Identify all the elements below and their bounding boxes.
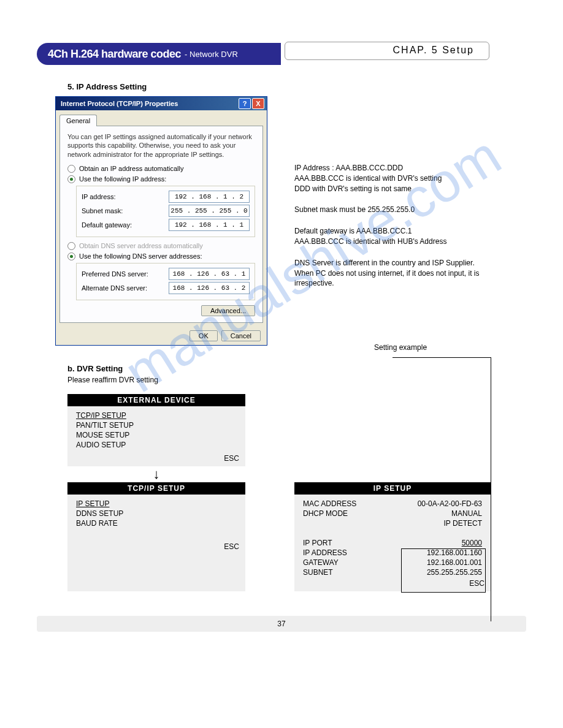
radio-obtain-dns [67, 242, 75, 250]
ip-port-label: IP PORT [303, 539, 332, 547]
radio-obtain-ip[interactable] [67, 165, 75, 173]
menu-ip-setup[interactable]: IP SETUP [76, 499, 237, 508]
radio-use-dns-label: Use the following DNS server addresses: [79, 252, 202, 260]
cancel-button[interactable]: Cancel [221, 330, 261, 341]
label-ip-address: IP address: [82, 193, 115, 200]
esc-label[interactable]: ESC [469, 579, 484, 588]
note-subnet: Subnet mask must be 255.255.255.0 [294, 205, 515, 215]
notes-block: IP Address : AAA.BBB.CCC.DDD AAA.BBB.CCC… [294, 163, 515, 300]
esc-label[interactable]: ESC [224, 542, 239, 551]
esc-label[interactable]: ESC [224, 454, 239, 463]
arrow-down-icon: ↓ [67, 466, 245, 482]
radio-use-ip-label: Use the following IP address: [79, 175, 166, 183]
mac-address-value: 00-0A-A2-00-FD-63 [418, 499, 482, 508]
menu-tcpip-setup[interactable]: TCP/IP SETUP [76, 411, 237, 420]
ok-button[interactable]: OK [190, 330, 218, 341]
ip-setup-title: IP SETUP [294, 482, 491, 495]
menu-audio-setup[interactable]: AUDIO SETUP [76, 441, 237, 449]
radio-obtain-ip-label: Obtain an IP address automatically [79, 165, 183, 172]
dhcp-mode-label: DHCP MODE [303, 509, 348, 518]
gateway-value: 192.168.001.001 [427, 558, 482, 567]
subnet-label: SUBNET [303, 568, 333, 577]
mac-address-label: MAC ADDRESS [303, 499, 356, 508]
ip-address-field[interactable]: 192 . 168 . 1 . 2 [169, 191, 250, 203]
label-default-gateway: Default gateway: [82, 221, 132, 229]
tcpip-properties-dialog: Internet Protocol (TCP/IP) Properties ? … [55, 96, 267, 346]
note-dns-1: DNS Server is different in the country a… [294, 259, 475, 267]
setting-example-label: Setting example [374, 343, 427, 352]
preferred-dns-field[interactable]: 168 . 126 . 63 . 1 [169, 268, 250, 280]
radio-obtain-dns-label: Obtain DNS server address automatically [79, 242, 203, 249]
menu-pantilt-setup[interactable]: PAN/TILT SETUP [76, 421, 237, 430]
label-preferred-dns: Preferred DNS server: [82, 270, 148, 278]
ip-setup-panel: IP SETUP MAC ADDRESS 00-0A-A2-00-FD-63 D… [294, 482, 491, 591]
ip-detect-value: IP DETECT [444, 519, 482, 528]
note-gw-2: AAA.BBB.CCC is identical with HUB's Addr… [294, 237, 446, 246]
section-title: 5. IP Address Setting [67, 82, 526, 91]
tcpip-setup-title: TCP/IP SETUP [67, 482, 245, 495]
default-gateway-field[interactable]: 192 . 168 . 1 . 1 [169, 219, 250, 231]
dhcp-mode-value: MANUAL [451, 509, 482, 518]
subnet-value: 255.255.255.255 [427, 568, 482, 577]
advanced-button[interactable]: Advanced... [201, 305, 255, 316]
radio-use-ip[interactable] [67, 175, 75, 183]
label-subnet-mask: Subnet mask: [82, 207, 123, 214]
dialog-title: Internet Protocol (TCP/IP) Properties [61, 100, 178, 107]
label-alternate-dns: Alternate DNS server: [82, 284, 147, 292]
tab-general[interactable]: General [59, 115, 97, 126]
note-dns-2: When PC does not using internet, if it d… [294, 269, 480, 288]
close-icon[interactable]: X [252, 98, 264, 109]
chapter-label: CHAP. 5 Setup [285, 42, 489, 60]
banner-subtitle: - Network DVR [185, 50, 238, 59]
ip-address-value: 192.168.001.160 [427, 548, 482, 557]
gateway-label: GATEWAY [303, 558, 339, 567]
external-device-title: EXTERNAL DEVICE [67, 394, 245, 406]
external-device-panel: EXTERNAL DEVICE TCP/IP SETUP PAN/TILT SE… [67, 394, 245, 466]
menu-ddns-setup[interactable]: DDNS SETUP [76, 509, 237, 518]
note-ip-3: DDD with DVR's setting is not same [294, 184, 412, 193]
tcpip-setup-panel: TCP/IP SETUP IP SETUP DDNS SETUP BAUD RA… [67, 482, 245, 591]
ip-address-label: IP ADDRESS [303, 548, 347, 557]
note-ip-2: AAA.BBB.CCC is identical with DVR's sett… [294, 174, 442, 183]
subnet-mask-field[interactable]: 255 . 255 . 255 . 0 [169, 205, 250, 217]
banner: 4Ch H.264 hardware codec - Network DVR [37, 43, 281, 65]
menu-baud-rate[interactable]: BAUD RATE [76, 519, 237, 528]
note-ip-1: IP Address : AAA.BBB.CCC.DDD [294, 164, 403, 172]
dialog-description: You can get IP settings assigned automat… [67, 132, 255, 159]
note-gw-1: Default gateway is AAA.BBB.CCC.1 [294, 227, 412, 235]
banner-title: 4Ch H.264 hardware codec [48, 48, 181, 61]
menu-mouse-setup[interactable]: MOUSE SETUP [76, 431, 237, 439]
alternate-dns-field[interactable]: 168 . 126 . 63 . 2 [169, 282, 250, 294]
ip-port-value: 50000 [462, 539, 482, 547]
help-icon[interactable]: ? [239, 98, 251, 109]
radio-use-dns[interactable] [67, 252, 75, 260]
